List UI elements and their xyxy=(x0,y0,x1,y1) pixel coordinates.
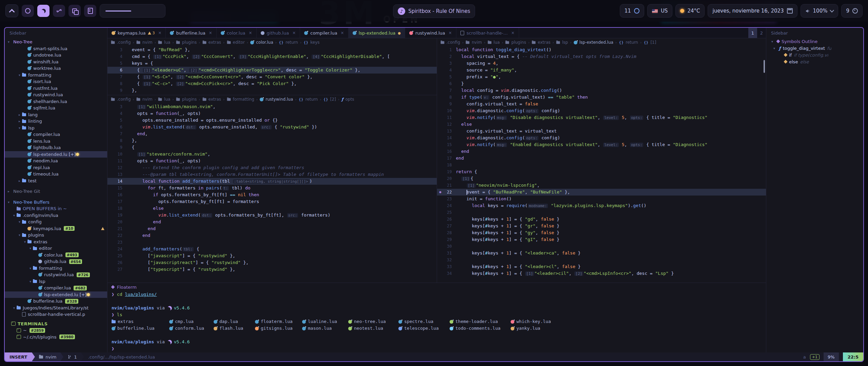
clock-widget[interactable]: 9 xyxy=(841,4,863,18)
breadcrumb-item[interactable]: nvim xyxy=(142,40,153,45)
code-line[interactable]: 8 }, xyxy=(107,137,437,144)
code-line[interactable]: 14 vim.diagnostic.config(opts: config) xyxy=(437,135,766,141)
code-line[interactable]: 3 [1]"williamboman/mason.nvim", xyxy=(107,103,437,110)
code-line[interactable]: 22 end xyxy=(107,232,437,239)
code-line[interactable]: 23 init = function() xyxy=(437,196,766,202)
tree-item-lsp-extended-lu[interactable]: lsp-extended.lu[+] xyxy=(5,291,107,298)
tab-color-lua[interactable]: color.lua× xyxy=(217,28,257,38)
listed-file[interactable]: bufferline.lua xyxy=(112,325,169,332)
floaterm-body[interactable]: ❯cdlua/plugins/nvim/lua/pluginsviav5.4.6… xyxy=(107,291,766,352)
breadcrumb-item[interactable]: editor xyxy=(233,40,245,45)
tab-lsp-extended-lua[interactable]: lsp-extended.lua● xyxy=(349,28,405,38)
breadcrumb-item[interactable]: .config xyxy=(117,97,131,102)
tree-item-worktree-lua[interactable]: worktree.lua xyxy=(5,65,107,72)
tree-item-linting[interactable]: ▸linting xyxy=(5,118,107,125)
breadcrumb-item[interactable]: plugins xyxy=(182,40,197,45)
code-line[interactable]: 14 local function add_formatters(tbl :ta… xyxy=(107,178,437,185)
close-icon[interactable]: × xyxy=(249,30,252,35)
code-line[interactable]: 12 --- Extend the conform plugin config … xyxy=(107,164,437,171)
listed-file[interactable]: cmp.lua xyxy=(169,318,214,325)
tree-section-git[interactable]: ▸Neo-Tree Git xyxy=(5,188,107,195)
tree-section-neotree[interactable]: ▾Neo-Tree xyxy=(5,39,107,45)
breadcrumb-item[interactable]: extras xyxy=(538,40,551,45)
code-line[interactable]: 5 opts.ensure_installed = opts.ensure_in… xyxy=(107,117,437,124)
breadcrumb-item[interactable]: nvim xyxy=(472,40,482,45)
tree-section-terminals[interactable]: TERMINALS xyxy=(5,321,107,327)
tree-item-smart-splits-lua[interactable]: smart-splits.lua xyxy=(5,45,107,52)
code-line[interactable]: 24 add_formatters(tbl: { xyxy=(107,246,437,252)
breadcrumb-item[interactable]: extras xyxy=(209,40,221,45)
tree-item-color-lua[interactable]: color.lua#493 xyxy=(5,252,107,259)
breadcrumb-item[interactable]: .config xyxy=(117,40,131,45)
listed-file[interactable]: floaterm.lua xyxy=(255,318,302,325)
code-line[interactable]: 24 local keys = require(modname: "lazyvi… xyxy=(437,202,766,209)
weather-widget[interactable]: 24°C xyxy=(675,4,705,18)
code-line[interactable]: 33 keys[#keys + 1] = { "<leader>cl", fal… xyxy=(437,263,766,270)
listed-file[interactable]: neotest.lua xyxy=(348,325,398,332)
tree-item-plugins[interactable]: ▾plugins xyxy=(5,232,107,239)
code-line[interactable]: 9 { xyxy=(107,144,437,151)
theme-toggle-button[interactable] xyxy=(37,5,50,17)
listed-file[interactable]: extras xyxy=(112,318,169,325)
listed-file[interactable]: neo-tree.lua xyxy=(348,318,398,325)
code-line[interactable]: 18 else xyxy=(107,205,437,212)
breadcrumb-item[interactable]: nvim xyxy=(142,97,153,102)
tree-item-bufferline-lua[interactable]: bufferline.lua#328 xyxy=(5,298,107,305)
code-line[interactable]: 9 }, xyxy=(107,87,437,94)
terminal-command-line[interactable]: ❯cdlua/plugins/ xyxy=(112,291,762,298)
volume-widget[interactable]: 100% xyxy=(801,4,839,18)
outline-item-if[interactable]: ifif type(config.vi xyxy=(766,52,863,58)
tree-item-sqlfmt-lua[interactable]: sqlfmt.lua xyxy=(5,105,107,111)
tree-item-config[interactable]: ▾config xyxy=(5,219,107,225)
breadcrumb-item[interactable]: lua xyxy=(164,97,170,102)
code-line[interactable]: 11 opts = function(_, opts) xyxy=(107,158,437,164)
code-line[interactable]: 9 config.virtual_text = false xyxy=(437,101,766,107)
terminal-command-line[interactable]: ❯ls xyxy=(112,311,762,318)
close-icon[interactable]: × xyxy=(449,30,452,35)
tree-item-formatting[interactable]: ▾formatting xyxy=(5,72,107,79)
listed-file[interactable]: spectre.lua xyxy=(398,318,450,325)
dot-circle-button[interactable] xyxy=(22,5,34,17)
breadcrumb-item[interactable]: rustywind.lua xyxy=(265,97,293,102)
tabpage-number[interactable]: 1 xyxy=(748,28,757,38)
tree-item-rustfmt-lua[interactable]: rustfmt.lua xyxy=(5,85,107,92)
code-line[interactable]: 28 keys[#keys + 1] = { "gy", false } xyxy=(437,229,766,236)
close-icon[interactable]: × xyxy=(209,30,212,35)
tab-bufferline-lua[interactable]: bufferline.lua× xyxy=(166,28,216,38)
code-line[interactable]: 15 for ft, formatters in pairs(t: tbl) d… xyxy=(107,185,437,191)
code-line[interactable]: 10 [1]"stevearc/conform.nvim", xyxy=(107,151,437,158)
tab-compiler-lua[interactable]: compiler.lua× xyxy=(300,28,348,38)
code-line[interactable]: 16 if opts.formatters_by_ft[ft] == nil t… xyxy=(107,191,437,198)
tree-item-rustywind-lua[interactable]: rustywind.lua#726 xyxy=(5,271,107,278)
code-line[interactable]: 13 ---@param tbl table<string, conform.F… xyxy=(107,171,437,178)
code-line[interactable]: 8 { [1]"<C-c>", [2]"<cmd>CccPick<cr>", d… xyxy=(107,80,437,87)
tree-item-extras[interactable]: ▾extras xyxy=(5,239,107,245)
code-line[interactable]: 32 xyxy=(437,257,766,263)
code-line[interactable]: 17end xyxy=(437,155,766,162)
code-line[interactable]: 4 opts = function(_, opts) xyxy=(107,110,437,117)
code-line[interactable]: 20 [1]{ xyxy=(437,175,766,182)
code-line[interactable]: 23 xyxy=(107,239,437,246)
code-line[interactable]: 25 xyxy=(437,209,766,216)
listed-file[interactable]: yanky.lua xyxy=(511,325,762,332)
code-area-color-lua[interactable]: 3 event = { "BufRead" },4 cmd = { [1]"Cc… xyxy=(107,46,437,95)
breadcrumb-item[interactable]: return xyxy=(305,97,318,102)
breadcrumb[interactable]: .config›nvim›lua›plugins›extras›formatti… xyxy=(107,95,437,103)
tree-item-undotree-lua[interactable]: undotree.lua xyxy=(5,52,107,59)
code-line[interactable]: 7 local config = vim.diagnostic.config() xyxy=(437,87,766,94)
breadcrumb-item[interactable]: lsp-extended.lua xyxy=(579,40,613,45)
tree-item-~[interactable]: ~#2859 xyxy=(5,327,107,334)
code-line[interactable]: 3 event = { "BufRead" }, xyxy=(107,46,437,53)
tree-item-compiler-lua[interactable]: compiler.lua#682 xyxy=(5,285,107,291)
tab-keymaps-lua[interactable]: keymaps.lua3× xyxy=(107,28,166,38)
tree-item-test[interactable]: ▸test xyxy=(5,178,107,184)
close-icon[interactable]: × xyxy=(341,30,344,35)
tab-rustywind-lua[interactable]: rustywind.lua× xyxy=(405,28,456,38)
tab-scrollbar-handle-[interactable]: scrollbar-handle-…× xyxy=(456,28,519,38)
code-line[interactable]: 27 ["typescript"] = { "rustywind" }, xyxy=(107,266,437,273)
tree-item-formatting[interactable]: ▾formatting xyxy=(5,265,107,272)
code-line[interactable]: 7 { [1]"<S-C>", [2]"<cmd>CccConvert<cr>"… xyxy=(107,74,437,80)
tree-item-lsp[interactable]: ▾lsp xyxy=(5,278,107,285)
window-title-tab[interactable] xyxy=(100,4,165,18)
code-line[interactable]: 11 vim.notify(msg: "Disable diagnostics … xyxy=(437,114,766,121)
